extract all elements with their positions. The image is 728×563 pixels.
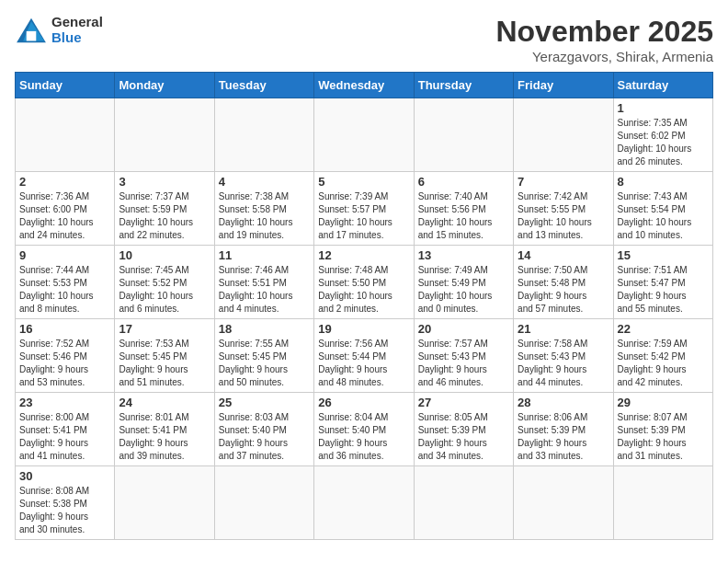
calendar-cell: 13Sunrise: 7:49 AM Sunset: 5:49 PM Dayli…: [414, 246, 513, 319]
day-number: 16: [19, 322, 110, 336]
calendar-cell: [514, 466, 613, 540]
day-info: Sunrise: 7:53 AM Sunset: 5:45 PM Dayligh…: [119, 338, 210, 389]
day-number: 7: [518, 175, 609, 189]
week-row-0: 1Sunrise: 7:35 AM Sunset: 6:02 PM Daylig…: [16, 98, 713, 172]
calendar-cell: 26Sunrise: 8:04 AM Sunset: 5:40 PM Dayli…: [314, 393, 414, 466]
calendar-cell: [613, 466, 712, 540]
calendar-cell: 25Sunrise: 8:03 AM Sunset: 5:40 PM Dayli…: [214, 393, 313, 466]
logo-icon: [15, 17, 48, 44]
day-number: 8: [618, 175, 709, 189]
day-info: Sunrise: 8:00 AM Sunset: 5:41 PM Dayligh…: [19, 411, 110, 463]
day-info: Sunrise: 7:43 AM Sunset: 5:54 PM Dayligh…: [618, 190, 709, 242]
calendar-cell: [414, 98, 513, 172]
day-number: 13: [418, 248, 509, 262]
calendar-cell: 3Sunrise: 7:37 AM Sunset: 5:59 PM Daylig…: [115, 172, 214, 246]
calendar-cell: 29Sunrise: 8:07 AM Sunset: 5:39 PM Dayli…: [613, 393, 712, 466]
day-info: Sunrise: 7:56 AM Sunset: 5:44 PM Dayligh…: [318, 338, 409, 389]
calendar-cell: 11Sunrise: 7:46 AM Sunset: 5:51 PM Dayli…: [214, 246, 313, 319]
day-info: Sunrise: 7:36 AM Sunset: 6:00 PM Dayligh…: [19, 190, 110, 242]
day-number: 9: [19, 248, 110, 262]
day-info: Sunrise: 7:48 AM Sunset: 5:50 PM Dayligh…: [318, 264, 409, 316]
day-info: Sunrise: 7:50 AM Sunset: 5:48 PM Dayligh…: [518, 264, 609, 316]
calendar-cell: 5Sunrise: 7:39 AM Sunset: 5:57 PM Daylig…: [314, 172, 414, 246]
day-info: Sunrise: 7:46 AM Sunset: 5:51 PM Dayligh…: [219, 264, 310, 316]
day-number: 27: [418, 396, 509, 409]
day-number: 19: [318, 322, 409, 336]
calendar-cell: 19Sunrise: 7:56 AM Sunset: 5:44 PM Dayli…: [314, 319, 414, 393]
weekday-header-tuesday: Tuesday: [214, 73, 313, 98]
day-number: 5: [318, 175, 409, 189]
day-number: 6: [418, 175, 509, 189]
calendar-cell: 4Sunrise: 7:38 AM Sunset: 5:58 PM Daylig…: [214, 172, 313, 246]
calendar-cell: [214, 98, 313, 172]
day-info: Sunrise: 7:51 AM Sunset: 5:47 PM Dayligh…: [618, 264, 709, 316]
day-number: 4: [219, 175, 310, 189]
week-row-3: 16Sunrise: 7:52 AM Sunset: 5:46 PM Dayli…: [16, 319, 713, 393]
day-number: 23: [19, 396, 110, 409]
weekday-header-sunday: Sunday: [16, 73, 115, 98]
day-info: Sunrise: 8:07 AM Sunset: 5:39 PM Dayligh…: [618, 411, 709, 463]
calendar-cell: 17Sunrise: 7:53 AM Sunset: 5:45 PM Dayli…: [115, 319, 214, 393]
day-info: Sunrise: 7:37 AM Sunset: 5:59 PM Dayligh…: [119, 190, 210, 242]
day-info: Sunrise: 8:01 AM Sunset: 5:41 PM Dayligh…: [119, 411, 210, 463]
header: General Blue November 2025 Yerazgavors, …: [15, 15, 713, 64]
week-row-2: 9Sunrise: 7:44 AM Sunset: 5:53 PM Daylig…: [16, 246, 713, 319]
week-row-1: 2Sunrise: 7:36 AM Sunset: 6:00 PM Daylig…: [16, 172, 713, 246]
week-row-5: 30Sunrise: 8:08 AM Sunset: 5:38 PM Dayli…: [16, 466, 713, 540]
day-info: Sunrise: 7:45 AM Sunset: 5:52 PM Dayligh…: [119, 264, 210, 316]
location-title: Yerazgavors, Shirak, Armenia: [495, 49, 713, 64]
calendar-cell: 1Sunrise: 7:35 AM Sunset: 6:02 PM Daylig…: [613, 98, 712, 172]
day-number: 3: [119, 175, 210, 189]
calendar-cell: 14Sunrise: 7:50 AM Sunset: 5:48 PM Dayli…: [514, 246, 613, 319]
calendar-cell: 28Sunrise: 8:06 AM Sunset: 5:39 PM Dayli…: [514, 393, 613, 466]
day-info: Sunrise: 8:03 AM Sunset: 5:40 PM Dayligh…: [219, 411, 310, 463]
weekday-header-thursday: Thursday: [414, 73, 513, 98]
calendar-cell: [414, 466, 513, 540]
day-info: Sunrise: 7:42 AM Sunset: 5:55 PM Dayligh…: [518, 190, 609, 242]
calendar-cell: [314, 98, 414, 172]
month-title: November 2025: [495, 15, 713, 49]
day-number: 25: [219, 396, 310, 409]
day-number: 20: [418, 322, 509, 336]
day-info: Sunrise: 7:40 AM Sunset: 5:56 PM Dayligh…: [418, 190, 509, 242]
day-number: 1: [618, 101, 709, 115]
logo: General Blue: [15, 15, 103, 45]
weekday-header-monday: Monday: [115, 73, 214, 98]
calendar-cell: 16Sunrise: 7:52 AM Sunset: 5:46 PM Dayli…: [16, 319, 115, 393]
day-number: 12: [318, 248, 409, 262]
day-number: 28: [518, 396, 609, 409]
calendar-cell: [115, 98, 214, 172]
calendar-cell: 21Sunrise: 7:58 AM Sunset: 5:43 PM Dayli…: [514, 319, 613, 393]
day-info: Sunrise: 8:06 AM Sunset: 5:39 PM Dayligh…: [518, 411, 609, 463]
day-number: 15: [618, 248, 709, 262]
calendar-cell: 22Sunrise: 7:59 AM Sunset: 5:42 PM Dayli…: [613, 319, 712, 393]
calendar-cell: 23Sunrise: 8:00 AM Sunset: 5:41 PM Dayli…: [16, 393, 115, 466]
logo-text: General Blue: [51, 15, 103, 45]
calendar-cell: 10Sunrise: 7:45 AM Sunset: 5:52 PM Dayli…: [115, 246, 214, 319]
calendar-cell: [16, 98, 115, 172]
day-number: 26: [318, 396, 409, 409]
day-number: 18: [219, 322, 310, 336]
day-number: 2: [19, 175, 110, 189]
day-number: 17: [119, 322, 210, 336]
calendar-cell: 6Sunrise: 7:40 AM Sunset: 5:56 PM Daylig…: [414, 172, 513, 246]
day-info: Sunrise: 7:55 AM Sunset: 5:45 PM Dayligh…: [219, 338, 310, 389]
day-info: Sunrise: 8:08 AM Sunset: 5:38 PM Dayligh…: [19, 485, 110, 536]
day-info: Sunrise: 7:44 AM Sunset: 5:53 PM Dayligh…: [19, 264, 110, 316]
week-row-4: 23Sunrise: 8:00 AM Sunset: 5:41 PM Dayli…: [16, 393, 713, 466]
day-number: 22: [618, 322, 709, 336]
day-info: Sunrise: 7:58 AM Sunset: 5:43 PM Dayligh…: [518, 338, 609, 389]
day-info: Sunrise: 7:35 AM Sunset: 6:02 PM Dayligh…: [618, 117, 709, 168]
calendar-cell: 18Sunrise: 7:55 AM Sunset: 5:45 PM Dayli…: [214, 319, 313, 393]
day-number: 29: [618, 396, 709, 409]
weekday-header-wednesday: Wednesday: [314, 73, 414, 98]
calendar-cell: 15Sunrise: 7:51 AM Sunset: 5:47 PM Dayli…: [613, 246, 712, 319]
calendar-cell: 9Sunrise: 7:44 AM Sunset: 5:53 PM Daylig…: [16, 246, 115, 319]
calendar-cell: [514, 98, 613, 172]
day-info: Sunrise: 7:57 AM Sunset: 5:43 PM Dayligh…: [418, 338, 509, 389]
calendar-cell: 20Sunrise: 7:57 AM Sunset: 5:43 PM Dayli…: [414, 319, 513, 393]
day-info: Sunrise: 7:39 AM Sunset: 5:57 PM Dayligh…: [318, 190, 409, 242]
day-info: Sunrise: 8:04 AM Sunset: 5:40 PM Dayligh…: [318, 411, 409, 463]
day-number: 24: [119, 396, 210, 409]
calendar-cell: 30Sunrise: 8:08 AM Sunset: 5:38 PM Dayli…: [16, 466, 115, 540]
